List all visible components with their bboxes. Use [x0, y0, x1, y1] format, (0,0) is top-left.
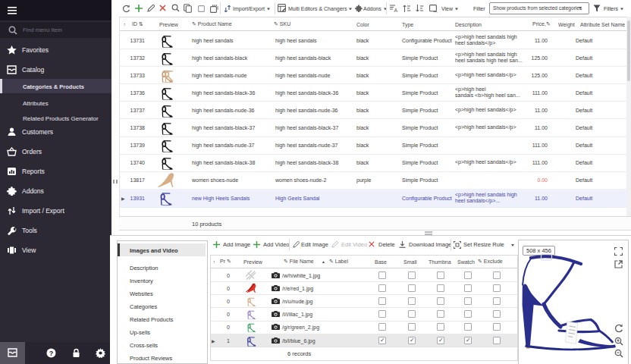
svg-text:?: ?: [49, 350, 54, 357]
svg-text:A: A: [394, 8, 398, 12]
